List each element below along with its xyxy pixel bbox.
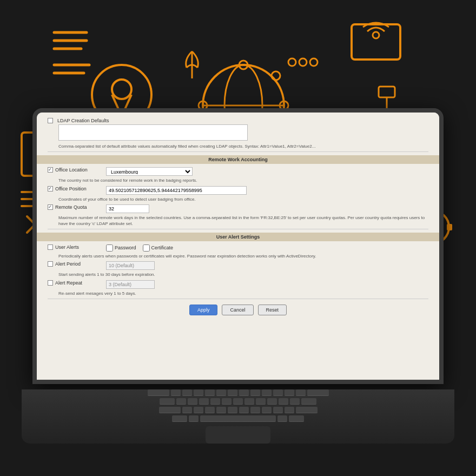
key [176,398,186,405]
key [262,389,272,396]
certificate-label: Certificate [151,245,174,250]
alert-repeat-value [106,280,428,289]
password-option[interactable]: Password [106,244,136,252]
key [273,389,283,396]
alert-repeat-label: Alert Repeat [55,280,82,286]
trackpad[interactable] [206,426,270,444]
office-position-label-cell: Office Position [48,186,102,191]
office-position-value [106,186,428,195]
svg-point-16 [299,58,307,66]
alert-repeat-input[interactable] [106,280,155,289]
office-location-row: Office Location Luxembourg [48,167,428,176]
key [160,398,175,405]
user-alerts-checkbox[interactable] [48,244,53,250]
ldap-defaults-row: LDAP Creation Defaults [48,118,428,123]
screen-content: LDAP Creation Defaults Comma-separated l… [37,113,439,380]
key [228,407,237,413]
certificate-option[interactable]: Certificate [143,244,174,252]
key [159,407,181,413]
svg-rect-21 [379,87,395,97]
key [205,389,215,396]
key [250,407,260,413]
laptop-screen: LDAP Creation Defaults Comma-separated l… [32,108,444,384]
key [307,389,329,396]
office-position-input[interactable] [106,186,247,195]
alert-repeat-checkbox[interactable] [48,280,53,286]
remote-quota-input[interactable] [106,204,149,213]
keyboard-row-1 [148,389,329,396]
key [262,407,272,413]
alert-period-checkbox[interactable] [48,261,53,267]
remote-quota-checkbox[interactable] [48,204,53,210]
ldap-defaults-textarea[interactable] [58,124,248,141]
key [279,398,288,405]
cancel-button[interactable]: Cancel [222,305,253,315]
svg-point-13 [272,71,280,80]
key [171,389,181,396]
remote-quota-value [106,204,428,213]
key [239,389,249,396]
user-alerts-checkboxes: Password Certificate [106,244,428,252]
key [289,415,304,422]
office-position-checkbox[interactable] [48,186,53,191]
remote-work-header: Remote Work Accounting [37,155,439,164]
ldap-defaults-label: LDAP Creation Defaults [57,118,109,123]
key [256,398,266,405]
user-alerts-options: Password Certificate [106,244,428,252]
remote-quota-helper: Maximum number of remote work days in th… [58,215,428,227]
remote-quota-label-cell: Remote Quota [48,204,102,210]
remote-quota-row: Remote Quota [48,204,428,213]
reset-button[interactable]: Reset [258,305,287,315]
alert-period-label-cell: Alert Period [48,261,102,267]
key [205,407,215,413]
key [172,415,187,422]
key [188,398,197,405]
key [222,398,232,405]
keyboard-row-spacebar [172,415,304,422]
button-row: Apply Cancel Reset [48,305,428,315]
keyboard-row-3 [159,407,318,413]
alert-period-row: Alert Period [48,261,428,270]
user-alerts-label: User Alerts [55,244,79,250]
office-location-label-cell: Office Location [48,167,102,173]
key [296,407,318,413]
divider-3 [48,299,428,299]
ldap-defaults-helper: Comma-separated list of default attribut… [58,144,428,149]
office-location-select[interactable]: Luxembourg [106,167,193,176]
office-location-helper: The country not to be considered for rem… [58,178,428,183]
office-position-helper: Coordinates of your office to be used to… [58,197,428,202]
laptop: LDAP Creation Defaults Comma-separated l… [32,108,444,444]
key [233,398,243,405]
svg-point-17 [310,58,318,66]
alert-period-input[interactable] [106,261,155,270]
form-container: LDAP Creation Defaults Comma-separated l… [37,113,439,380]
key [210,398,220,405]
key [239,407,249,413]
alert-repeat-label-cell: Alert Repeat [48,280,102,286]
alert-repeat-row: Alert Repeat [48,280,428,289]
certificate-checkbox[interactable] [143,244,150,252]
office-location-checkbox[interactable] [48,167,53,173]
user-alert-header: User Alert Settings [37,233,439,241]
remote-quota-label: Remote Quota [55,204,87,210]
keyboard-row-2 [160,398,316,405]
divider-1 [48,151,428,152]
key [296,389,306,396]
apply-button[interactable]: Apply [189,305,218,315]
user-alerts-label-cell: User Alerts [48,244,102,250]
key [182,407,192,413]
svg-rect-18 [352,24,400,60]
keyboard [22,389,454,444]
svg-point-15 [288,58,296,66]
alert-repeat-helper: Re-send alert mesages very 1 to 5 days. [58,291,428,296]
key [285,407,294,413]
key [199,398,209,405]
ldap-defaults-checkbox[interactable] [48,118,53,123]
key [148,389,169,396]
key [228,389,237,396]
password-label: Password [115,245,136,250]
office-position-label: Office Position [55,186,87,191]
key [189,415,199,422]
password-checkbox[interactable] [106,244,113,252]
key [285,389,294,396]
